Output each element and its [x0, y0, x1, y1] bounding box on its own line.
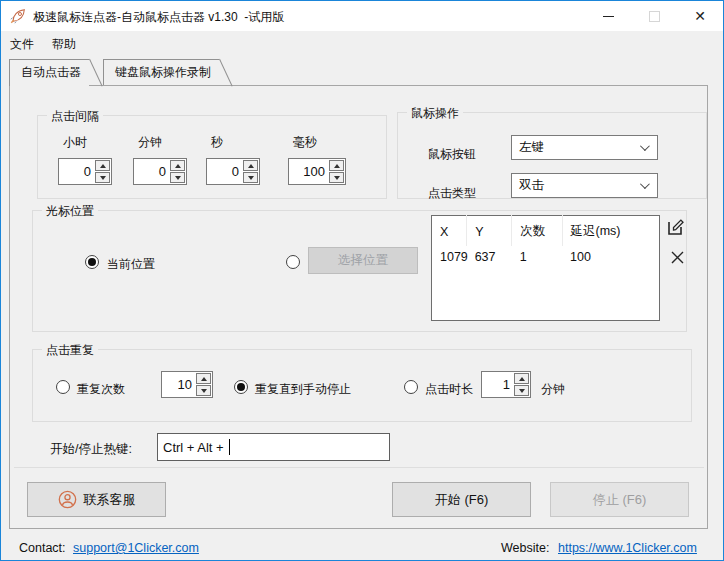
footer: Contact: support@1Clicker.com Website: h…	[1, 529, 723, 561]
minutes-label: 分钟	[138, 134, 162, 151]
arrow-up-icon	[201, 377, 207, 381]
tab-panel: 点击间隔 小时 分钟 秒 毫秒 0 0 0	[9, 85, 708, 529]
click-type-value: 双击	[519, 177, 544, 194]
group-title: 点击重复	[42, 342, 98, 359]
repeat-times-label: 重复次数	[77, 381, 125, 398]
app-icon	[9, 7, 27, 25]
duration-spinner[interactable]: 1	[481, 371, 531, 398]
tab-label: 自动点击器	[21, 65, 81, 79]
mouse-button-value: 左键	[519, 139, 544, 156]
position-table[interactable]: X Y 次数 延迟(ms) 1079 637 1 100	[431, 215, 660, 321]
cell-count: 1	[512, 246, 562, 321]
duration-unit-label: 分钟	[541, 381, 565, 398]
hotkey-input[interactable]: Ctrl + Alt +	[157, 433, 390, 461]
millis-spinner[interactable]: 100	[288, 158, 346, 185]
group-mouse-action: 鼠标操作 鼠标按钮 左键 点击类型 双击	[397, 112, 707, 199]
mouse-button-label: 鼠标按钮	[428, 146, 476, 163]
menu-file[interactable]: 文件	[1, 33, 43, 56]
seconds-spinner[interactable]: 0	[206, 158, 260, 185]
table-row[interactable]: 1079 637 1 100	[432, 246, 660, 321]
group-title: 鼠标操作	[407, 105, 463, 122]
repeat-times-radio[interactable]	[56, 380, 70, 394]
millis-down-button[interactable]	[329, 172, 344, 183]
edit-position-button[interactable]	[666, 217, 686, 240]
repeat-down-button[interactable]	[196, 385, 211, 396]
minimize-icon	[603, 16, 614, 17]
tab-strip: 自动点击器 键盘鼠标操作录制	[9, 59, 219, 87]
hours-down-button[interactable]	[95, 172, 110, 183]
col-y: Y	[467, 216, 512, 247]
repeat-times-spinner[interactable]: 10	[161, 371, 213, 398]
repeat-times-value: 10	[162, 372, 195, 397]
click-duration-label: 点击时长	[425, 381, 473, 398]
menu-help[interactable]: 帮助	[43, 33, 85, 56]
app-window: 极速鼠标连点器-自动鼠标点击器 v1.30 -试用版 ✕ 文件 帮助 自动点击器…	[0, 0, 724, 561]
tab-record[interactable]: 键盘鼠标操作录制	[103, 59, 219, 85]
minimize-button[interactable]	[585, 1, 631, 31]
minutes-spinner[interactable]: 0	[133, 158, 187, 185]
stop-label: 停止 (F6)	[593, 491, 646, 509]
millis-up-button[interactable]	[329, 160, 344, 171]
group-click-repeat: 点击重复 重复次数 10 重复直到手动停止 点击时长 1	[32, 349, 692, 422]
seconds-down-button[interactable]	[243, 172, 258, 183]
close-button[interactable]: ✕	[677, 1, 723, 31]
hours-spinner[interactable]: 0	[58, 158, 112, 185]
delete-position-button[interactable]	[669, 249, 686, 271]
col-x: X	[432, 216, 467, 247]
repeat-until-stop-label: 重复直到手动停止	[255, 381, 351, 398]
duration-down-button[interactable]	[514, 385, 529, 396]
contact-label: Contact:	[19, 541, 66, 555]
seconds-up-button[interactable]	[243, 160, 258, 171]
millis-value: 100	[289, 159, 328, 184]
person-icon	[58, 490, 77, 509]
duration-up-button[interactable]	[514, 373, 529, 384]
seconds-value: 0	[207, 159, 242, 184]
maximize-icon	[649, 11, 660, 22]
click-type-label: 点击类型	[428, 185, 476, 202]
minutes-value: 0	[134, 159, 169, 184]
start-label: 开始 (F6)	[435, 491, 488, 509]
titlebar: 极速鼠标连点器-自动鼠标点击器 v1.30 -试用版 ✕	[1, 1, 723, 31]
contact-support-button[interactable]: 联系客服	[27, 482, 166, 517]
group-click-interval: 点击间隔 小时 分钟 秒 毫秒 0 0 0	[37, 115, 387, 199]
maximize-button	[631, 1, 677, 31]
repeat-up-button[interactable]	[196, 373, 211, 384]
website-label: Website:	[501, 541, 549, 555]
seconds-label: 秒	[211, 134, 223, 151]
hours-up-button[interactable]	[95, 160, 110, 171]
col-delay: 延迟(ms)	[562, 216, 659, 247]
current-position-radio[interactable]	[85, 255, 99, 269]
pick-position-button: 选择位置	[308, 247, 418, 274]
start-button[interactable]: 开始 (F6)	[392, 482, 531, 517]
arrow-down-icon	[201, 389, 207, 393]
minutes-up-button[interactable]	[170, 160, 185, 171]
hours-value: 0	[59, 159, 94, 184]
arrow-down-icon	[334, 176, 340, 180]
pick-position-radio[interactable]	[286, 255, 300, 269]
cell-y: 637	[467, 246, 512, 321]
table-header-row: X Y 次数 延迟(ms)	[432, 216, 660, 247]
website-link[interactable]: https://www.1Clicker.com	[558, 541, 697, 555]
group-cursor-position: 光标位置 当前位置 选择位置 X Y 次数 延迟(ms)	[32, 210, 687, 332]
cell-delay: 100	[562, 246, 659, 321]
arrow-down-icon	[248, 176, 254, 180]
minutes-down-button[interactable]	[170, 172, 185, 183]
chevron-down-icon	[640, 141, 650, 151]
stop-button: 停止 (F6)	[550, 482, 689, 517]
tab-label: 键盘鼠标操作录制	[115, 65, 211, 79]
delete-icon	[669, 249, 686, 266]
menubar: 文件 帮助	[1, 31, 723, 57]
contact-support-label: 联系客服	[84, 491, 136, 509]
click-duration-radio[interactable]	[404, 380, 418, 394]
duration-value: 1	[482, 372, 513, 397]
tab-auto-clicker[interactable]: 自动点击器	[9, 59, 89, 86]
mouse-button-select[interactable]: 左键	[511, 135, 658, 160]
chevron-down-icon	[640, 179, 650, 189]
hotkey-value: Ctrl + Alt +	[163, 440, 227, 455]
repeat-until-stop-radio[interactable]	[234, 380, 248, 394]
close-icon: ✕	[694, 1, 706, 31]
click-type-select[interactable]: 双击	[511, 173, 658, 198]
contact-email-link[interactable]: support@1Clicker.com	[73, 541, 199, 555]
arrow-down-icon	[519, 389, 525, 393]
pick-position-label: 选择位置	[338, 252, 388, 269]
